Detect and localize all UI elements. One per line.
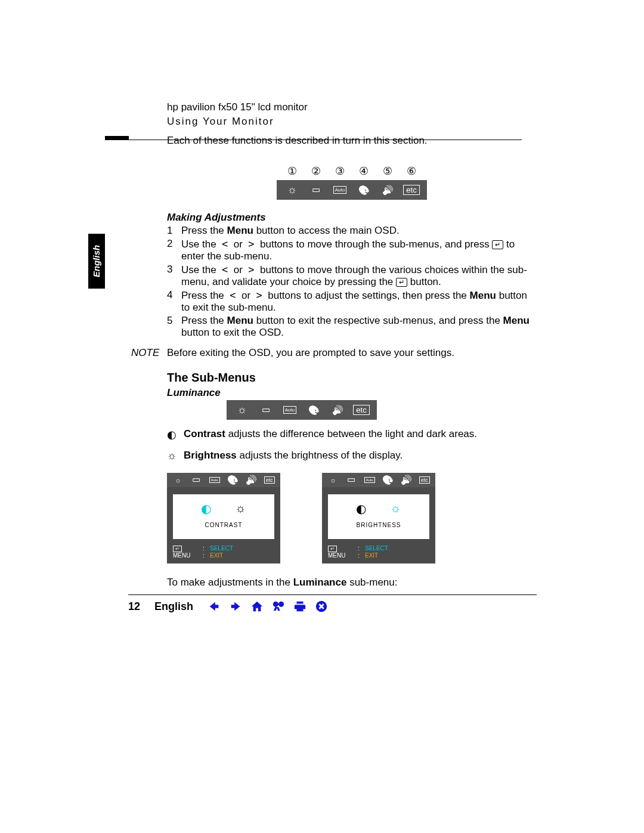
etc-icon: etc: [400, 185, 423, 195]
osd-subpanels: Auto etc CONTRAST ↵:SELECT MENU:EXIT: [167, 473, 537, 563]
close-icon[interactable]: [315, 600, 328, 613]
product-name: hp pavilion fx50 15" lcd monitor: [167, 101, 537, 113]
footer-rule: [128, 594, 537, 595]
panel-label: BRIGHTNESS: [329, 522, 428, 528]
brightness-text: Brightness adjusts the brightness of the…: [184, 450, 537, 462]
step-5: 5 Press the Menu button to exit the resp…: [167, 315, 537, 339]
note-label: NOTE: [131, 347, 167, 359]
panel-body: BRIGHTNESS: [328, 494, 429, 539]
step-1: 1 Press the Menu button to access the ma…: [167, 225, 537, 237]
geometry-icon: [254, 404, 278, 416]
panel-body: CONTRAST: [173, 494, 274, 539]
audio-icon: [326, 404, 349, 416]
panel-footer: ↵:SELECT MENU:EXIT: [322, 543, 435, 563]
step-num: 2: [167, 238, 181, 262]
contrast-icon: [201, 501, 211, 516]
header-rule: [128, 140, 522, 140]
panel-label: CONTRAST: [174, 522, 273, 528]
language-tab: English: [88, 234, 105, 289]
osd-num-5: ⑤: [376, 165, 400, 178]
page-number: 12: [128, 600, 140, 613]
brightness-icon: [390, 501, 401, 516]
auto-icon: Auto: [360, 475, 379, 485]
making-adjustments-heading: Making Adjustments: [167, 212, 537, 224]
audio-icon: [376, 184, 400, 196]
etc-icon: etc: [415, 475, 434, 485]
audio-icon: [397, 475, 416, 485]
color-icon: [352, 184, 376, 196]
etc-icon: etc: [349, 405, 373, 415]
contrast-text: Contrast adjusts the difference between …: [184, 428, 537, 441]
luminance-subhead: Luminance: [167, 387, 537, 399]
search-icon[interactable]: [272, 600, 285, 613]
mini-osd-bar: Auto etc: [322, 473, 435, 487]
footer-language: English: [154, 600, 193, 613]
osd-num-1: ①: [280, 165, 304, 178]
next-page-icon[interactable]: [229, 600, 242, 613]
step-text: Press the Menu button to exit the respec…: [181, 315, 537, 339]
step-num: 4: [167, 289, 181, 314]
color-icon: [379, 475, 397, 485]
brightness-desc: Brightness adjusts the brightness of the…: [167, 450, 537, 462]
intro-text: Each of these functions is described in …: [167, 135, 537, 147]
osd-num-2: ②: [304, 165, 328, 178]
mini-osd-bar: Auto etc: [167, 473, 280, 487]
page: English hp pavilion fx50 15" lcd monitor…: [0, 0, 644, 833]
menu-label: MENU: [173, 552, 203, 559]
step-num: 3: [167, 264, 181, 288]
osd-num-4: ④: [352, 165, 376, 178]
step-4: 4 Press the < or > buttons to adjust the…: [167, 289, 537, 314]
color-icon: [302, 404, 326, 416]
etc-icon: etc: [260, 475, 278, 485]
osd-num-3: ③: [328, 165, 352, 178]
contrast-panel: Auto etc CONTRAST ↵:SELECT MENU:EXIT: [167, 473, 280, 563]
brightness-icon: [167, 450, 184, 462]
section-name: Using Your Monitor: [167, 116, 537, 128]
enter-key-icon: ↵: [396, 278, 407, 287]
brightness-panel: Auto etc BRIGHTNESS ↵:SELECT MENU:EXIT: [322, 473, 435, 563]
contrast-icon: [167, 428, 184, 441]
luminance-icon: [280, 184, 304, 196]
step-2: 2 Use the < or > buttons to move through…: [167, 238, 537, 262]
step-num: 1: [167, 225, 181, 237]
contrast-desc: Contrast adjusts the difference between …: [167, 428, 537, 441]
geometry-icon: [342, 475, 361, 485]
prev-page-icon[interactable]: [208, 600, 221, 613]
step-text: Use the < or > buttons to move through t…: [181, 238, 537, 262]
auto-icon: Auto: [205, 475, 224, 485]
adjustment-steps: 1 Press the Menu button to access the ma…: [167, 225, 537, 339]
home-icon[interactable]: [250, 600, 264, 613]
select-label: SELECT: [210, 545, 233, 552]
color-icon: [224, 475, 242, 485]
step-text: Press the Menu button to access the main…: [181, 225, 537, 237]
auto-icon: Auto: [278, 406, 302, 414]
exit-label: EXIT: [365, 552, 378, 559]
osd-luminance-bar: Auto etc: [227, 400, 377, 420]
osd-number-labels: ① ② ③ ④ ⑤ ⑥: [277, 165, 426, 178]
osd-num-6: ⑥: [400, 165, 423, 178]
luminance-icon: [169, 475, 187, 485]
enter-key-icon: ↵: [492, 240, 503, 249]
print-icon[interactable]: [293, 600, 306, 613]
luminance-icon: [324, 475, 342, 485]
panel-footer: ↵:SELECT MENU:EXIT: [167, 543, 280, 563]
auto-icon: Auto: [328, 186, 352, 194]
step-num: 5: [167, 315, 181, 339]
audio-icon: [242, 475, 261, 485]
luminance-icon: [230, 404, 254, 416]
geometry-icon: [304, 184, 328, 196]
brightness-icon: [235, 501, 246, 516]
enter-key-icon: ↵: [328, 546, 337, 552]
note-text: Before exiting the OSD, you are prompted…: [167, 347, 454, 359]
contrast-icon: [356, 501, 366, 516]
exit-label: EXIT: [210, 552, 223, 559]
sub-menus-heading: The Sub-Menus: [167, 371, 537, 385]
step-3: 3 Use the < or > buttons to move through…: [167, 264, 537, 288]
step-text: Press the < or > buttons to adjust the s…: [181, 289, 537, 314]
step-text: Use the < or > buttons to move through t…: [181, 264, 537, 288]
header-black-block: [105, 136, 129, 140]
menu-label: MENU: [328, 552, 358, 559]
geometry-icon: [187, 475, 206, 485]
note-row: NOTE Before exiting the OSD, you are pro…: [167, 347, 537, 359]
osd-main-bar: Auto etc: [277, 180, 427, 200]
